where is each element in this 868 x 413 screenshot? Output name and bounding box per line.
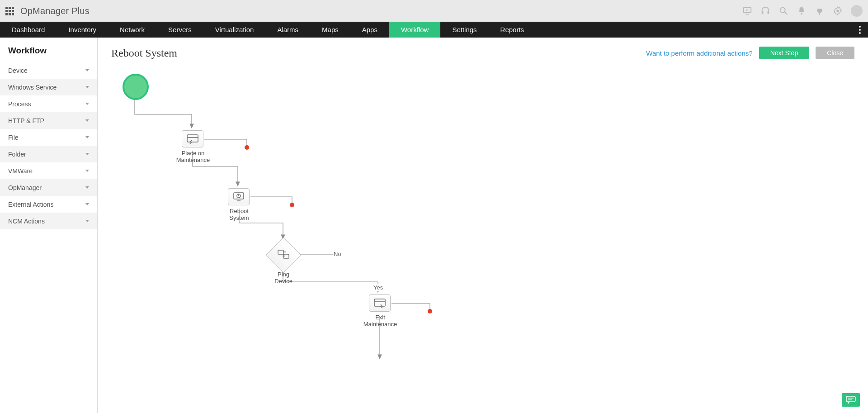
sidebar-item-label: VMWare: [8, 167, 33, 175]
nav-workflow[interactable]: Workflow: [389, 22, 440, 38]
workflow-canvas[interactable]: Place on Maintenance Reboot System Ping …: [111, 69, 854, 413]
sidebar-item-label: File: [8, 134, 19, 141]
sidebar-item-label: HTTP & FTP: [8, 117, 44, 124]
chevron-down-icon: [85, 119, 89, 122]
node-exit-maintenance-label: Exit Maintenance: [355, 314, 405, 328]
nav-dashboard[interactable]: Dashboard: [0, 22, 57, 38]
svg-rect-11: [187, 135, 198, 142]
sidebar-title: Workflow: [0, 38, 97, 62]
header-actions: Want to perform additional actions? Next…: [646, 47, 854, 59]
sidebar-item-label: Windows Service: [8, 84, 57, 91]
sidebar-item-http-ftp[interactable]: HTTP & FTP: [0, 112, 97, 129]
apps-grid-icon[interactable]: [5, 7, 14, 15]
sidebar-item-folder[interactable]: Folder: [0, 146, 97, 162]
page-header: Reboot System Want to perform additional…: [111, 47, 854, 65]
svg-rect-19: [374, 299, 385, 306]
nav-servers[interactable]: Servers: [156, 22, 203, 38]
brand-name: OpManager Plus: [20, 6, 90, 16]
plug-icon[interactable]: [815, 6, 825, 16]
search-icon[interactable]: [778, 6, 788, 16]
nav-apps[interactable]: Apps: [350, 22, 389, 38]
sidebar-item-device[interactable]: Device: [0, 62, 97, 79]
nav-reports[interactable]: Reports: [489, 22, 536, 38]
avatar-icon[interactable]: [851, 5, 863, 17]
page-title: Reboot System: [111, 47, 177, 59]
main-content: Reboot System Want to perform additional…: [98, 38, 868, 413]
svg-marker-1: [746, 9, 749, 11]
sidebar-item-file[interactable]: File: [0, 129, 97, 146]
chevron-down-icon: [85, 220, 89, 222]
chevron-down-icon: [85, 186, 89, 189]
chevron-down-icon: [85, 203, 89, 205]
chevron-down-icon: [85, 170, 89, 172]
sidebar-item-label: Process: [8, 100, 31, 108]
edge-yes-label: Yes: [373, 284, 384, 291]
sidebar: Workflow Device Windows Service Process …: [0, 38, 98, 413]
error-endpoint[interactable]: [245, 145, 249, 150]
start-node[interactable]: [123, 74, 149, 100]
nav-settings[interactable]: Settings: [440, 22, 488, 38]
node-ping-device[interactable]: [265, 237, 301, 273]
main-navbar: Dashboard Inventory Network Servers Virt…: [0, 22, 868, 38]
demo-icon[interactable]: [742, 6, 752, 16]
svg-point-5: [780, 8, 785, 13]
svg-line-6: [785, 12, 788, 15]
node-ping-device-label: Ping Device: [259, 271, 308, 285]
chevron-down-icon: [85, 86, 89, 88]
nav-inventory[interactable]: Inventory: [57, 22, 108, 38]
svg-rect-3: [762, 11, 764, 14]
sidebar-item-windows-service[interactable]: Windows Service: [0, 79, 97, 95]
flow-arrows: [111, 69, 854, 413]
sidebar-item-ncm-actions[interactable]: NCM Actions: [0, 213, 97, 229]
node-reboot-system[interactable]: [228, 188, 250, 205]
close-button[interactable]: Close: [816, 47, 854, 59]
topbar-action-icons: [742, 5, 863, 17]
nav-more-icon[interactable]: [852, 22, 868, 38]
chat-button[interactable]: [842, 393, 860, 407]
node-exit-maintenance[interactable]: [369, 294, 391, 312]
next-step-button[interactable]: Next Step: [759, 47, 809, 59]
topbar: OpManager Plus: [0, 0, 868, 22]
sidebar-item-label: External Actions: [8, 201, 53, 208]
svg-rect-17: [278, 250, 283, 254]
nav-network[interactable]: Network: [108, 22, 156, 38]
chevron-down-icon: [85, 153, 89, 155]
svg-rect-4: [768, 11, 769, 14]
svg-point-7: [801, 13, 802, 15]
headset-icon[interactable]: [760, 6, 770, 16]
node-place-maintenance[interactable]: [182, 130, 203, 147]
error-endpoint[interactable]: [428, 309, 432, 313]
chevron-down-icon: [85, 136, 89, 138]
sidebar-item-label: NCM Actions: [8, 218, 45, 225]
error-endpoint[interactable]: [290, 203, 294, 207]
edge-no-label: No: [333, 251, 342, 257]
sidebar-item-label: OpManager: [8, 184, 42, 191]
sidebar-item-opmanager[interactable]: OpManager: [0, 179, 97, 196]
nav-alarms[interactable]: Alarms: [265, 22, 310, 38]
sidebar-item-vmware[interactable]: VMWare: [0, 162, 97, 179]
sidebar-item-label: Folder: [8, 151, 26, 158]
gear-icon[interactable]: [833, 6, 843, 16]
brand-area: OpManager Plus: [5, 6, 90, 16]
sidebar-item-process[interactable]: Process: [0, 95, 97, 112]
sidebar-item-external-actions[interactable]: External Actions: [0, 196, 97, 213]
svg-rect-21: [846, 396, 855, 402]
sidebar-item-label: Device: [8, 67, 28, 74]
node-reboot-system-label: Reboot System: [214, 208, 264, 221]
node-place-maintenance-label: Place on Maintenance: [168, 150, 218, 163]
bell-icon[interactable]: [797, 6, 807, 16]
additional-actions-link[interactable]: Want to perform additional actions?: [646, 49, 752, 57]
chevron-down-icon: [85, 103, 89, 105]
nav-maps[interactable]: Maps: [310, 22, 350, 38]
svg-point-9: [836, 9, 839, 12]
chevron-down-icon: [85, 69, 89, 71]
nav-virtualization[interactable]: Virtualization: [203, 22, 266, 38]
